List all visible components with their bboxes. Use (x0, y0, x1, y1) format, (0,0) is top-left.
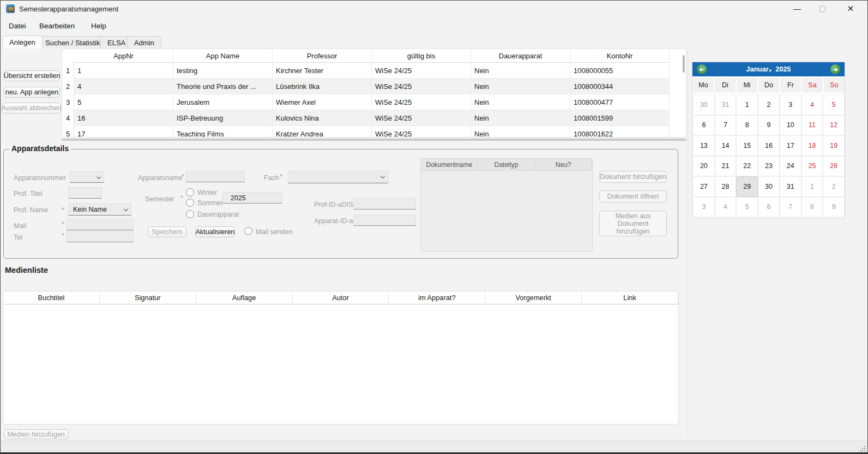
prof-titel-input[interactable] (68, 187, 102, 199)
calendar-day[interactable]: 13 (693, 135, 715, 156)
close-button[interactable]: ✕ (838, 1, 863, 17)
calendar-day[interactable]: 16 (758, 135, 780, 156)
calendar-day[interactable]: 23 (758, 156, 780, 177)
calendar-day[interactable]: 5 (823, 94, 845, 115)
calendar-day[interactable]: 7 (780, 197, 801, 218)
apparatsnummer-select[interactable] (70, 171, 104, 183)
apparat-id-adis-input[interactable] (353, 214, 416, 226)
column-header[interactable]: im Apparat? (389, 291, 485, 304)
calendar-day[interactable]: 6 (693, 115, 715, 136)
calendar-day[interactable]: 21 (715, 156, 737, 177)
table-row[interactable]: 24Theorie und Praxis der ...Lüsebrink Il… (62, 79, 686, 94)
tab-suchen-statistik[interactable]: Suchen / Statistik (38, 36, 107, 49)
calendar-next-month-button[interactable]: ➜ (830, 64, 840, 74)
calendar-day[interactable]: 6 (758, 197, 780, 218)
calendar-day[interactable]: 27 (693, 176, 715, 197)
aktualisieren-button[interactable]: Aktualisieren (195, 226, 235, 237)
table-row[interactable]: 517Teaching FilmsKratzer AndreaWiSe 24/2… (62, 126, 686, 138)
mail-input[interactable] (67, 219, 134, 230)
calendar-day[interactable]: 9 (758, 115, 780, 136)
mail-senden-checkbox[interactable] (244, 227, 252, 235)
winter-radio[interactable] (186, 188, 194, 196)
dokument-hinzufuegen-button[interactable]: Dokument hinzufügen (599, 171, 667, 183)
column-header[interactable]: Signatur (100, 291, 196, 304)
fach-select[interactable] (288, 171, 388, 183)
calendar-day[interactable]: 3 (780, 94, 801, 115)
calendar-day[interactable]: 11 (801, 115, 823, 136)
table-row[interactable]: 11testingKirchner TesterWiSe 24/25Nein10… (62, 63, 686, 79)
calendar-day[interactable]: 26 (823, 156, 845, 177)
calendar-day[interactable]: 29 (736, 176, 758, 197)
calendar-day[interactable]: 20 (693, 156, 715, 177)
calendar-day[interactable]: 2 (823, 176, 845, 197)
menu-help[interactable]: Help (91, 22, 106, 30)
dokument-oeffnen-button[interactable]: Dokument öffnen (599, 190, 667, 202)
calendar-day[interactable]: 30 (758, 176, 780, 197)
calendar-day[interactable]: 22 (736, 156, 758, 177)
calendar-day[interactable]: 8 (801, 197, 823, 218)
calendar-month-label[interactable]: Januar (746, 65, 769, 73)
table-row[interactable]: 416ISP-BetreuungKulovics NinaWiSe 24/25N… (62, 110, 686, 126)
uebersicht-erstellen-button[interactable]: Übersicht erstellen (4, 70, 60, 81)
column-header[interactable]: Neu? (535, 159, 592, 171)
prof-name-select[interactable]: Kein Name (68, 204, 131, 216)
medien-hinzufuegen-button[interactable]: Medien hinzufügen (4, 429, 68, 439)
calendar-day[interactable]: 10 (780, 115, 801, 136)
column-header[interactable]: Vorgemerkt (485, 291, 582, 304)
calendar-day[interactable]: 9 (823, 197, 845, 218)
tab-anlegen[interactable]: Anlegen (2, 35, 43, 49)
sommer-radio[interactable] (186, 199, 194, 207)
column-header[interactable]: Buchtitel (3, 291, 100, 304)
resize-grip-icon[interactable] (859, 445, 866, 452)
minimize-button[interactable]: — (785, 1, 810, 17)
calendar-day[interactable]: 30 (693, 94, 715, 115)
menu-bearbeiten[interactable]: Bearbeiten (39, 22, 75, 30)
table-row[interactable]: 35JerusalemWiemer AxelWiSe 24/25Nein1008… (62, 94, 686, 110)
calendar-day[interactable]: 15 (736, 135, 758, 156)
calendar-day[interactable]: 3 (693, 197, 715, 218)
calendar-year-label[interactable]: 2025 (776, 65, 791, 73)
dauerapparat-radio[interactable] (186, 210, 194, 218)
apparatsname-input[interactable] (186, 171, 245, 182)
medien-aus-dokument-button[interactable]: Medien aus Dokument hinzufügen (599, 211, 667, 236)
speichern-button[interactable]: Speichern (148, 226, 186, 237)
column-header[interactable]: Auflage (196, 291, 293, 304)
column-header[interactable]: Dateityp (478, 159, 535, 171)
calendar-day[interactable]: 17 (780, 135, 801, 156)
calendar-day[interactable]: 31 (780, 176, 801, 197)
calendar-day[interactable]: 18 (801, 135, 823, 156)
column-header[interactable]: Dokumentname (421, 159, 478, 171)
horizontal-scrollbar[interactable] (62, 139, 686, 141)
tab-admin[interactable]: Admin (127, 36, 161, 49)
column-header[interactable]: Professor (273, 49, 372, 63)
menu-datei[interactable]: Datei (9, 22, 26, 30)
calendar-day[interactable]: 4 (801, 94, 823, 115)
neue-app-anlegen-button[interactable]: neu. App anlegen (4, 87, 60, 98)
column-header[interactable]: AppNr (74, 49, 173, 63)
column-header[interactable]: KontoNr (570, 49, 670, 63)
vertical-scrollbar[interactable] (683, 55, 685, 73)
calendar-day[interactable]: 7 (715, 115, 737, 136)
calendar-day[interactable]: 19 (823, 135, 845, 156)
column-header[interactable]: Autor (293, 291, 389, 304)
calendar-day[interactable]: 31 (715, 94, 737, 115)
calendar-prev-month-button[interactable]: ➜ (697, 64, 707, 74)
calendar-day[interactable]: 1 (736, 94, 758, 115)
calendar-day[interactable]: 1 (801, 176, 823, 197)
calendar-day[interactable]: 25 (801, 156, 823, 177)
tel-input[interactable] (67, 231, 134, 242)
calendar-day[interactable]: 4 (715, 197, 737, 218)
auswahl-abbrechen-button[interactable]: Auswahl abbrechen (2, 103, 61, 113)
semester-year-input[interactable]: 2025 (222, 192, 282, 204)
column-header[interactable]: App Name (173, 49, 273, 63)
maximize-button[interactable] (810, 1, 835, 17)
calendar-day[interactable]: 24 (780, 156, 801, 177)
calendar-day[interactable]: 14 (715, 135, 737, 156)
column-header[interactable]: gültig bis (372, 49, 471, 63)
calendar-day[interactable]: 5 (736, 197, 758, 218)
calendar-day[interactable]: 12 (823, 115, 845, 136)
calendar-day[interactable]: 8 (736, 115, 758, 136)
prof-id-adis-input[interactable] (353, 198, 416, 210)
column-header[interactable]: Dauerapparat (471, 49, 570, 63)
calendar-day[interactable]: 28 (715, 176, 737, 197)
